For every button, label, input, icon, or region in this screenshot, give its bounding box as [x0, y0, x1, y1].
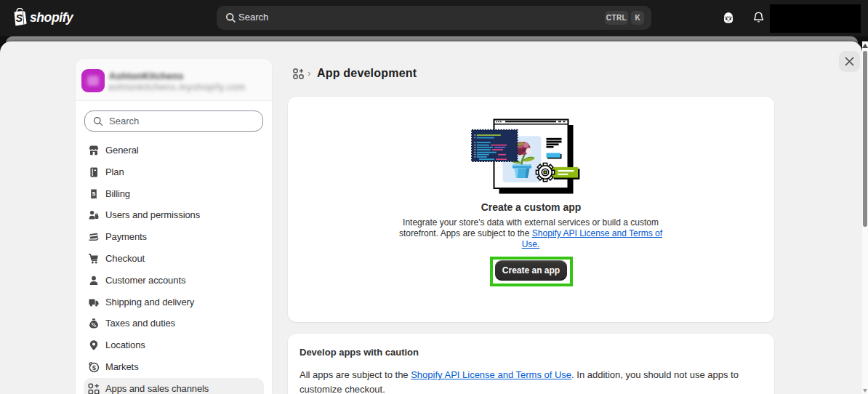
svg-text:$: $	[92, 363, 97, 371]
svg-text:$: $	[92, 190, 96, 196]
svg-text:S: S	[16, 12, 23, 24]
